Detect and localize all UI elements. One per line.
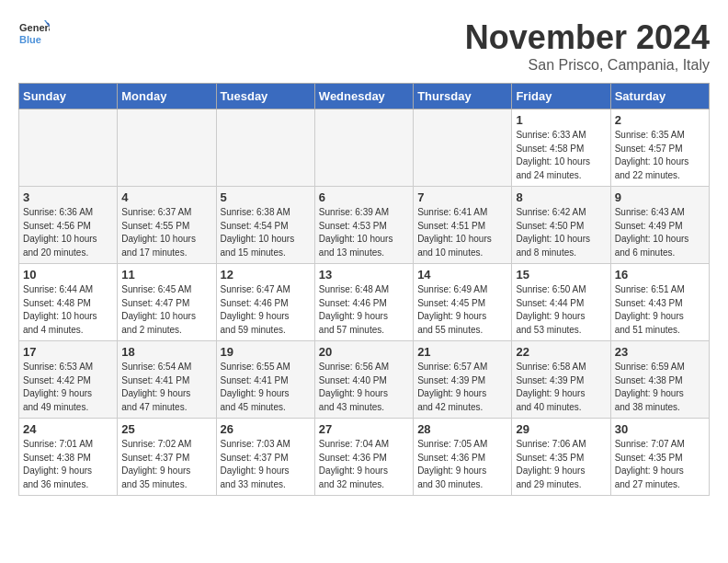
- day-cell: 18Sunrise: 6:54 AM Sunset: 4:41 PM Dayli…: [118, 341, 216, 419]
- weekday-header: Saturday: [610, 84, 709, 109]
- day-info: Sunrise: 6:55 AM Sunset: 4:41 PM Dayligh…: [221, 361, 311, 414]
- day-info: Sunrise: 6:37 AM Sunset: 4:55 PM Dayligh…: [121, 206, 211, 259]
- day-info: Sunrise: 6:53 AM Sunset: 4:42 PM Dayligh…: [23, 361, 113, 414]
- day-cell: 7Sunrise: 6:41 AM Sunset: 4:51 PM Daylig…: [414, 187, 512, 264]
- day-number: 22: [516, 345, 606, 359]
- day-cell: 14Sunrise: 6:49 AM Sunset: 4:45 PM Dayli…: [414, 264, 512, 341]
- day-number: 16: [615, 268, 705, 282]
- empty-cell: [414, 109, 512, 187]
- day-number: 12: [221, 268, 311, 282]
- day-cell: 19Sunrise: 6:55 AM Sunset: 4:41 PM Dayli…: [216, 341, 314, 419]
- day-number: 29: [516, 422, 606, 436]
- day-number: 18: [121, 345, 211, 359]
- day-number: 5: [221, 190, 311, 204]
- day-info: Sunrise: 6:58 AM Sunset: 4:39 PM Dayligh…: [516, 361, 606, 414]
- day-number: 25: [121, 422, 211, 436]
- weekday-header: Friday: [512, 84, 610, 109]
- day-info: Sunrise: 6:44 AM Sunset: 4:48 PM Dayligh…: [23, 283, 113, 337]
- day-info: Sunrise: 6:59 AM Sunset: 4:38 PM Dayligh…: [615, 361, 705, 414]
- day-number: 15: [516, 268, 606, 282]
- day-info: Sunrise: 7:03 AM Sunset: 4:37 PM Dayligh…: [221, 438, 311, 491]
- day-cell: 24Sunrise: 7:01 AM Sunset: 4:38 PM Dayli…: [19, 419, 118, 496]
- day-number: 2: [615, 113, 705, 127]
- day-info: Sunrise: 6:48 AM Sunset: 4:46 PM Dayligh…: [319, 283, 409, 337]
- day-number: 23: [615, 345, 705, 359]
- day-number: 21: [417, 345, 507, 359]
- day-cell: 17Sunrise: 6:53 AM Sunset: 4:42 PM Dayli…: [19, 341, 118, 419]
- header: General Blue November 2024 San Prisco, C…: [18, 18, 710, 74]
- day-cell: 9Sunrise: 6:43 AM Sunset: 4:49 PM Daylig…: [610, 187, 709, 264]
- day-number: 3: [23, 190, 113, 204]
- day-info: Sunrise: 6:38 AM Sunset: 4:54 PM Dayligh…: [221, 206, 311, 259]
- day-number: 8: [516, 190, 606, 204]
- day-info: Sunrise: 6:35 AM Sunset: 4:57 PM Dayligh…: [615, 129, 705, 182]
- day-info: Sunrise: 7:02 AM Sunset: 4:37 PM Dayligh…: [121, 438, 211, 491]
- day-number: 14: [417, 268, 507, 282]
- day-info: Sunrise: 6:39 AM Sunset: 4:53 PM Dayligh…: [319, 206, 409, 259]
- day-cell: 12Sunrise: 6:47 AM Sunset: 4:46 PM Dayli…: [216, 264, 314, 341]
- empty-cell: [118, 109, 216, 187]
- day-info: Sunrise: 7:06 AM Sunset: 4:35 PM Dayligh…: [516, 438, 606, 491]
- svg-text:Blue: Blue: [19, 34, 41, 45]
- day-number: 9: [615, 190, 705, 204]
- day-cell: 8Sunrise: 6:42 AM Sunset: 4:50 PM Daylig…: [512, 187, 610, 264]
- day-cell: 25Sunrise: 7:02 AM Sunset: 4:37 PM Dayli…: [118, 419, 216, 496]
- day-info: Sunrise: 7:04 AM Sunset: 4:36 PM Dayligh…: [319, 438, 409, 491]
- day-number: 17: [23, 345, 113, 359]
- weekday-header: Tuesday: [216, 84, 314, 109]
- day-cell: 13Sunrise: 6:48 AM Sunset: 4:46 PM Dayli…: [314, 264, 413, 341]
- day-number: 19: [221, 345, 311, 359]
- weekday-header: Wednesday: [314, 84, 413, 109]
- calendar: SundayMondayTuesdayWednesdayThursdayFrid…: [18, 83, 710, 496]
- day-number: 1: [516, 113, 606, 127]
- day-number: 7: [417, 190, 507, 204]
- location: San Prisco, Campania, Italy: [465, 57, 710, 74]
- day-info: Sunrise: 6:51 AM Sunset: 4:43 PM Dayligh…: [615, 283, 705, 337]
- empty-cell: [314, 109, 413, 187]
- day-info: Sunrise: 6:49 AM Sunset: 4:45 PM Dayligh…: [417, 283, 507, 337]
- day-cell: 1Sunrise: 6:33 AM Sunset: 4:58 PM Daylig…: [512, 109, 610, 187]
- svg-text:General: General: [19, 22, 50, 33]
- day-cell: 5Sunrise: 6:38 AM Sunset: 4:54 PM Daylig…: [216, 187, 314, 264]
- logo: General Blue: [18, 18, 50, 50]
- day-number: 28: [417, 422, 507, 436]
- day-cell: 20Sunrise: 6:56 AM Sunset: 4:40 PM Dayli…: [314, 341, 413, 419]
- day-cell: 11Sunrise: 6:45 AM Sunset: 4:47 PM Dayli…: [118, 264, 216, 341]
- day-info: Sunrise: 6:43 AM Sunset: 4:49 PM Dayligh…: [615, 206, 705, 259]
- day-info: Sunrise: 6:33 AM Sunset: 4:58 PM Dayligh…: [516, 129, 606, 182]
- day-cell: 2Sunrise: 6:35 AM Sunset: 4:57 PM Daylig…: [610, 109, 709, 187]
- logo-icon: General Blue: [18, 18, 50, 50]
- day-info: Sunrise: 7:07 AM Sunset: 4:35 PM Dayligh…: [615, 438, 705, 491]
- day-number: 24: [23, 422, 113, 436]
- day-cell: 28Sunrise: 7:05 AM Sunset: 4:36 PM Dayli…: [414, 419, 512, 496]
- weekday-header: Thursday: [414, 84, 512, 109]
- month-title: November 2024: [465, 18, 710, 57]
- day-info: Sunrise: 6:54 AM Sunset: 4:41 PM Dayligh…: [121, 361, 211, 414]
- day-number: 27: [319, 422, 409, 436]
- day-cell: 6Sunrise: 6:39 AM Sunset: 4:53 PM Daylig…: [314, 187, 413, 264]
- day-cell: 21Sunrise: 6:57 AM Sunset: 4:39 PM Dayli…: [414, 341, 512, 419]
- day-info: Sunrise: 6:57 AM Sunset: 4:39 PM Dayligh…: [417, 361, 507, 414]
- day-cell: 4Sunrise: 6:37 AM Sunset: 4:55 PM Daylig…: [118, 187, 216, 264]
- day-number: 20: [319, 345, 409, 359]
- day-info: Sunrise: 7:01 AM Sunset: 4:38 PM Dayligh…: [23, 438, 113, 491]
- day-cell: 10Sunrise: 6:44 AM Sunset: 4:48 PM Dayli…: [19, 264, 118, 341]
- weekday-header: Sunday: [19, 84, 118, 109]
- day-cell: 3Sunrise: 6:36 AM Sunset: 4:56 PM Daylig…: [19, 187, 118, 264]
- title-area: November 2024 San Prisco, Campania, Ital…: [465, 18, 710, 74]
- day-number: 13: [319, 268, 409, 282]
- weekday-header: Monday: [118, 84, 216, 109]
- day-cell: 30Sunrise: 7:07 AM Sunset: 4:35 PM Dayli…: [610, 419, 709, 496]
- day-cell: 23Sunrise: 6:59 AM Sunset: 4:38 PM Dayli…: [610, 341, 709, 419]
- day-cell: 15Sunrise: 6:50 AM Sunset: 4:44 PM Dayli…: [512, 264, 610, 341]
- empty-cell: [216, 109, 314, 187]
- day-info: Sunrise: 6:42 AM Sunset: 4:50 PM Dayligh…: [516, 206, 606, 259]
- day-cell: 22Sunrise: 6:58 AM Sunset: 4:39 PM Dayli…: [512, 341, 610, 419]
- day-info: Sunrise: 6:56 AM Sunset: 4:40 PM Dayligh…: [319, 361, 409, 414]
- day-info: Sunrise: 6:47 AM Sunset: 4:46 PM Dayligh…: [221, 283, 311, 337]
- day-number: 10: [23, 268, 113, 282]
- day-info: Sunrise: 6:41 AM Sunset: 4:51 PM Dayligh…: [417, 206, 507, 259]
- day-cell: 27Sunrise: 7:04 AM Sunset: 4:36 PM Dayli…: [314, 419, 413, 496]
- day-cell: 29Sunrise: 7:06 AM Sunset: 4:35 PM Dayli…: [512, 419, 610, 496]
- day-cell: 26Sunrise: 7:03 AM Sunset: 4:37 PM Dayli…: [216, 419, 314, 496]
